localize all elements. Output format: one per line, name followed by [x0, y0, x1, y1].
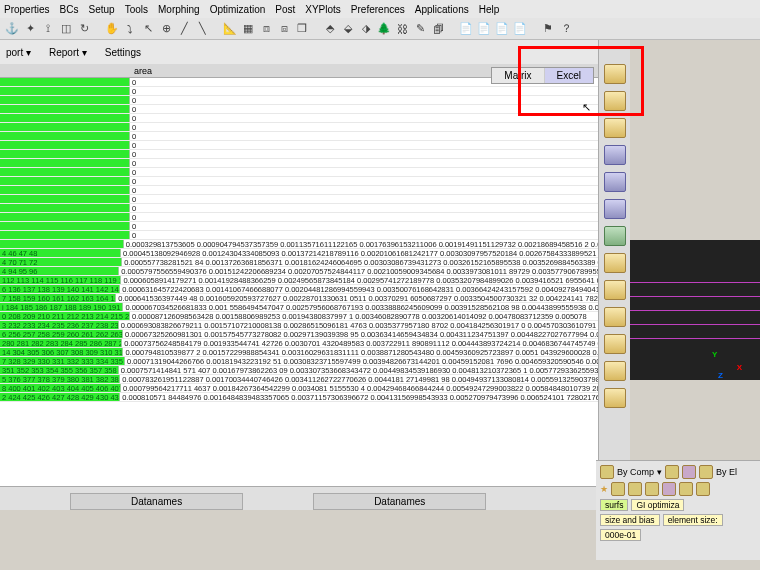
side-btn-2[interactable]	[604, 91, 626, 111]
node-icon[interactable]: ✦	[22, 21, 38, 37]
measure-icon[interactable]: 📐	[222, 21, 238, 37]
bc-icon[interactable]: ⟟	[40, 21, 56, 37]
tab-datanames-1[interactable]: Datanames	[70, 493, 243, 510]
tab-datanames-2[interactable]: Datanames	[313, 493, 486, 510]
refresh-icon[interactable]: ↻	[76, 21, 92, 37]
box1-icon[interactable]: ▦	[240, 21, 256, 37]
side-btn-5[interactable]	[604, 172, 626, 192]
table-row[interactable]: 0	[0, 150, 598, 159]
table-row[interactable]: 0	[0, 123, 598, 132]
pan-icon[interactable]: ✋	[104, 21, 120, 37]
cube-icon[interactable]: ◫	[58, 21, 74, 37]
table-row[interactable]: 0	[0, 96, 598, 105]
status-icon-3[interactable]	[682, 465, 696, 479]
tool-icon[interactable]: ✎	[412, 21, 428, 37]
doc-icon[interactable]: 🗐	[430, 21, 446, 37]
table-row[interactable]: 0	[0, 114, 598, 123]
table-row[interactable]: 5 376 377 378 379 380 381 382 383 3840.0…	[0, 375, 598, 384]
menu-tools[interactable]: Tools	[125, 4, 148, 15]
by-comp-label[interactable]: By Comp	[617, 467, 654, 477]
table-row[interactable]: 4 94 95 960.0005797556559490376 0.001512…	[0, 267, 598, 276]
side-btn-4[interactable]	[604, 145, 626, 165]
box4-icon[interactable]: ❒	[294, 21, 310, 37]
page3-icon[interactable]: 📄	[494, 21, 510, 37]
page4-icon[interactable]: 📄	[512, 21, 528, 37]
menu-bcs[interactable]: BCs	[60, 4, 79, 15]
menu-xyplots[interactable]: XYPlots	[305, 4, 341, 15]
table-row[interactable]: 351 352 353 354 355 356 357 358 359 3600…	[0, 366, 598, 375]
edge-icon[interactable]: ╱	[176, 21, 192, 37]
menu-applications[interactable]: Applications	[415, 4, 469, 15]
gl-opt-field[interactable]: GI optimiza	[631, 499, 684, 511]
table-row[interactable]: 0	[0, 186, 598, 195]
table-row[interactable]: 4 46 47 480.00045138092946928 0.00124304…	[0, 249, 598, 258]
status-icon-10[interactable]	[696, 482, 710, 496]
table-row[interactable]: 0	[0, 231, 598, 240]
table-row[interactable]: i 184 185 186 187 188 189 190 191 1920.0…	[0, 303, 598, 312]
table-row[interactable]: 0	[0, 159, 598, 168]
zoom-icon[interactable]: ⊕	[158, 21, 174, 37]
table-row[interactable]: 0	[0, 141, 598, 150]
side-btn-8[interactable]	[604, 253, 626, 273]
col-area[interactable]: area	[130, 66, 152, 76]
table-row[interactable]: 0	[0, 195, 598, 204]
status-icon-4[interactable]	[699, 465, 713, 479]
table-row[interactable]: 7 328 329 330 331 332 333 334 335 3360.0…	[0, 357, 598, 366]
help-icon[interactable]: ？	[558, 21, 574, 37]
side-btn-3[interactable]	[604, 118, 626, 138]
data-grid[interactable]: area 0000000000000000000.000329813753605…	[0, 64, 598, 486]
table-row[interactable]: 0	[0, 132, 598, 141]
table-row[interactable]: 0	[0, 204, 598, 213]
table-row[interactable]: 0	[0, 177, 598, 186]
menu-preferences[interactable]: Preferences	[351, 4, 405, 15]
side-btn-10[interactable]	[604, 307, 626, 327]
part2-icon[interactable]: ⬙	[340, 21, 356, 37]
status-icon-6[interactable]	[628, 482, 642, 496]
menu-setup[interactable]: Setup	[88, 4, 114, 15]
table-row[interactable]: 0	[0, 87, 598, 96]
side-btn-13[interactable]	[604, 388, 626, 408]
table-row[interactable]: 2 424 425 426 427 428 429 430 431 4320.0…	[0, 393, 598, 402]
side-btn-1[interactable]	[604, 64, 626, 84]
menu-post[interactable]: Post	[275, 4, 295, 15]
size-bias-field[interactable]: size and bias	[600, 514, 660, 526]
side-btn-12[interactable]	[604, 361, 626, 381]
box3-icon[interactable]: ⧇	[276, 21, 292, 37]
table-row[interactable]: 6 256 257 258 259 260 261 262 263 2640.0…	[0, 330, 598, 339]
status-icon-7[interactable]	[645, 482, 659, 496]
part-icon[interactable]: ⬘	[322, 21, 338, 37]
cursor-icon[interactable]: ↖	[140, 21, 156, 37]
status-icon-1[interactable]	[600, 465, 614, 479]
menu-properties[interactable]: Properties	[4, 4, 50, 15]
report-dropdown[interactable]: Report ▾	[49, 47, 87, 58]
menu-optimization[interactable]: Optimization	[210, 4, 266, 15]
link-icon[interactable]: ⛓	[394, 21, 410, 37]
status-icon-9[interactable]	[679, 482, 693, 496]
box2-icon[interactable]: ⧈	[258, 21, 274, 37]
status-icon-5[interactable]	[611, 482, 625, 496]
table-row[interactable]: 14 304 305 306 307 308 309 310 311 3120.…	[0, 348, 598, 357]
table-row[interactable]: 7 158 159 160 161 162 163 164 165 166 16…	[0, 294, 598, 303]
status-icon-8[interactable]	[662, 482, 676, 496]
side-btn-6[interactable]	[604, 199, 626, 219]
page1-icon[interactable]: 📄	[458, 21, 474, 37]
table-row[interactable]: 6 136 137 138 139 140 141 142 143 1440.0…	[0, 285, 598, 294]
side-btn-7[interactable]	[604, 226, 626, 246]
export-matrix[interactable]: Matrix	[492, 68, 543, 83]
table-row[interactable]: 0	[0, 168, 598, 177]
table-row[interactable]: 3 232 233 234 235 236 237 238 239 2400.0…	[0, 321, 598, 330]
table-row[interactable]: 4 70 71 720.000557738281521 84 0.0013726…	[0, 258, 598, 267]
table-row[interactable]: 112 113 114 115 116 117 118 119 1200.000…	[0, 276, 598, 285]
edge2-icon[interactable]: ╲	[194, 21, 210, 37]
table-row[interactable]: 0 208 209 210 211 212 213 214 215 2160.0…	[0, 312, 598, 321]
side-btn-11[interactable]	[604, 334, 626, 354]
side-btn-9[interactable]	[604, 280, 626, 300]
star-icon[interactable]: ★	[600, 484, 608, 494]
tree-icon[interactable]: 🌲	[376, 21, 392, 37]
elem-size-value[interactable]: 000e-01	[600, 529, 641, 541]
settings-button[interactable]: Settings	[105, 47, 141, 58]
menu-morphing[interactable]: Morphing	[158, 4, 200, 15]
table-row[interactable]: 8 400 401 402 403 404 405 406 407 4080.0…	[0, 384, 598, 393]
export-excel[interactable]: Excel	[544, 68, 593, 83]
status-icon-2[interactable]	[665, 465, 679, 479]
